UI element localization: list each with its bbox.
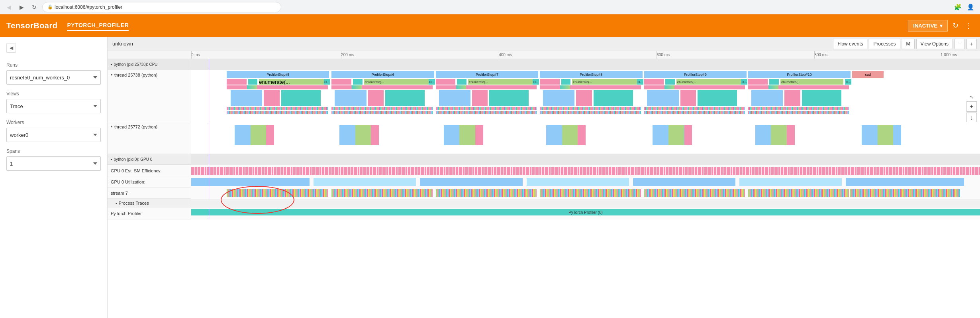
enum-6-2 [353,79,363,85]
pytorch-profiler-content[interactable]: PyTorch Profiler (0) [191,207,980,219]
workers-select[interactable]: worker0 [6,128,101,142]
bullet-process: • [116,201,117,205]
block-9-a [647,90,678,106]
enum-9-2 [665,79,675,85]
spans-select[interactable]: 1 [6,156,101,171]
ops-5-row3 [227,85,327,89]
gpu-sm-row: GPU 0 Est. SM Efficiency: [108,165,980,176]
views-section: Views Trace [6,91,101,113]
stream-10 [748,189,849,197]
python-cpu-header-row: • python (pid 25738): CPU [108,59,980,70]
util-5 [633,178,735,186]
tick-0ms: 0 ms [191,53,200,57]
tick-1000ms: 1 000 ms [941,53,957,57]
thread-25772-row: ▾ thread 25772 (python) [108,122,980,154]
util-4 [527,178,629,186]
o-7: O... [533,79,539,85]
block-6-b [368,90,384,106]
thread-25738-content[interactable]: ProfilerStep#5 ProfilerStep#6 ProfilerSt… [191,70,980,122]
enum-10-label: enumerate(... [780,79,843,85]
thread-25772-triangle: ▾ [111,124,113,128]
block-8-c [594,90,633,106]
flow-events-button[interactable]: Flow events [833,39,867,49]
dense-10 [748,107,849,110]
t25772-block-7c [475,125,483,145]
dropdown-arrow: ▾ [940,23,943,29]
processes-button[interactable]: Processes [869,39,900,49]
o-8: O... [637,79,643,85]
address-bar[interactable]: 🔒 localhost:6006/#pytorch_profiler [42,2,281,12]
refresh-button[interactable]: ↻ [951,20,960,32]
ruler-line-600 [657,51,657,59]
stream-8 [540,189,641,197]
back-button[interactable]: ◀ [4,2,14,12]
zoom-in-button[interactable]: + [966,101,977,112]
block-10-a [751,90,783,106]
collapse-sidebar-button[interactable]: ◀ [6,43,16,53]
enum-10-2 [769,79,779,85]
ruler-spacer [108,51,191,59]
util-2 [314,178,416,186]
cursor-line-stream [209,188,209,199]
block-7-b [472,90,488,106]
thread-25772-content[interactable] [191,122,980,154]
enum-9-1 [644,79,664,85]
enum-5-1 [227,79,247,85]
bullet-python-cpu: • [111,62,112,67]
t25772-block-6b [355,125,371,145]
tick-200ms: 200 ms [341,53,354,57]
t25772-block-5b [251,125,267,145]
o-9: O... [741,79,747,85]
dense-8 [540,107,641,110]
block-8-a [543,90,574,106]
thread-25772-text: thread 25772 (python) [114,124,157,129]
zoom-in-toolbar-button[interactable]: + [966,39,977,49]
zoom-out-toolbar-button[interactable]: − [955,39,965,49]
tick-600ms: 600 ms [657,53,670,57]
sidebar: ◀ Runs resnet50_num_workers_0 Views Trac… [0,37,108,318]
views-select[interactable]: Trace [6,99,101,113]
t25772-block-10c [787,125,795,145]
enum-9-label: enumerate(... [676,79,743,85]
process-traces-content [191,199,980,207]
inactive-dropdown[interactable]: INACTIVE ▾ [908,20,948,32]
view-options-button[interactable]: View Options [916,39,953,49]
reload-button[interactable]: ↻ [29,2,39,12]
block-6-a [335,90,366,106]
profiler-title: unknown [111,41,133,47]
gpu-sm-content[interactable] [191,165,980,176]
runs-select[interactable]: resnet50_num_workers_0 [6,70,101,85]
forward-button[interactable]: ▶ [17,2,26,12]
profile-button[interactable]: 👤 [965,2,976,13]
cursor-select-icon: ↖ [966,94,977,100]
nav-pytorch-profiler[interactable]: PYTORCH_PROFILER [67,20,129,31]
step-6-bar: ProfilerStep#6 [331,71,434,78]
enum-7-2 [457,79,466,85]
o-6: O... [429,79,435,85]
cursor-line-25772 [209,122,209,154]
runs-section: Runs resnet50_num_workers_0 [6,62,101,85]
pytorch-bar-label: PyTorch Profiler (0) [568,210,603,215]
pytorch-profiler-text: PyTorch Profiler [111,211,142,216]
gpu-util-content[interactable] [191,176,980,188]
t25772-block-8b [562,125,578,145]
python-gpu-label: • python (pid 0): GPU 0 [108,154,191,165]
block-5-a [231,90,262,106]
zoom-down-button[interactable]: ↓ [966,113,977,122]
main-layout: ◀ Runs resnet50_num_workers_0 Views Trac… [0,37,980,318]
block-10-c [802,90,841,106]
t25772-block-7b [459,125,475,145]
enum-10-1 [748,79,768,85]
more-button[interactable]: ⋮ [963,20,974,32]
timeline-container[interactable]: 0 ms 200 ms 400 ms 600 ms 800 ms 1 000 m… [108,51,980,318]
m-button[interactable]: M [902,39,915,49]
content-area: unknown Flow events Processes M View Opt… [108,37,980,318]
stream7-text: stream 7 [111,191,128,196]
util-1 [191,178,310,186]
python-gpu-content [191,154,980,165]
enum-7-label: enumerate(... [468,79,535,85]
python-gpu-text: python (pid 0): GPU 0 [114,157,153,162]
ops-7-row3 [436,85,537,89]
extensions-button[interactable]: 🧩 [952,2,963,13]
stream7-content[interactable] [191,188,980,199]
